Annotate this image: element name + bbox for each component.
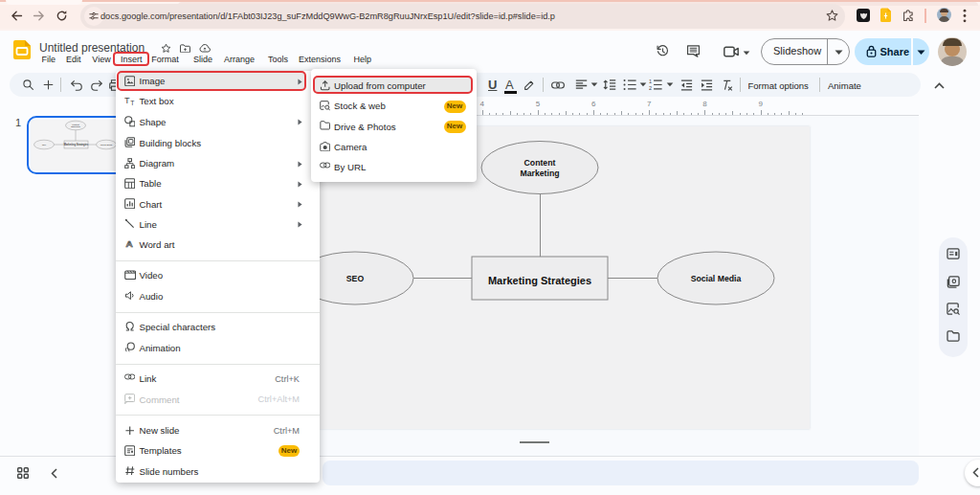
svg-text:SEO: SEO <box>42 144 47 146</box>
svg-text:Marketing: Marketing <box>520 169 559 178</box>
svg-text:T: T <box>130 100 134 106</box>
svg-text:Social Media: Social Media <box>100 144 113 146</box>
svg-text:1: 1 <box>649 79 652 84</box>
svg-text:SEO: SEO <box>346 274 365 283</box>
svg-text:T: T <box>124 96 130 105</box>
svg-text:Marketing: Marketing <box>71 125 80 127</box>
svg-text:Content: Content <box>524 158 556 168</box>
svg-text:Marketing Strategies: Marketing Strategies <box>488 275 591 286</box>
svg-text:Marketing Strategies: Marketing Strategies <box>64 143 89 146</box>
svg-text:2: 2 <box>649 85 652 91</box>
svg-text:A: A <box>125 239 132 250</box>
svg-text:Social Media: Social Media <box>691 274 742 283</box>
